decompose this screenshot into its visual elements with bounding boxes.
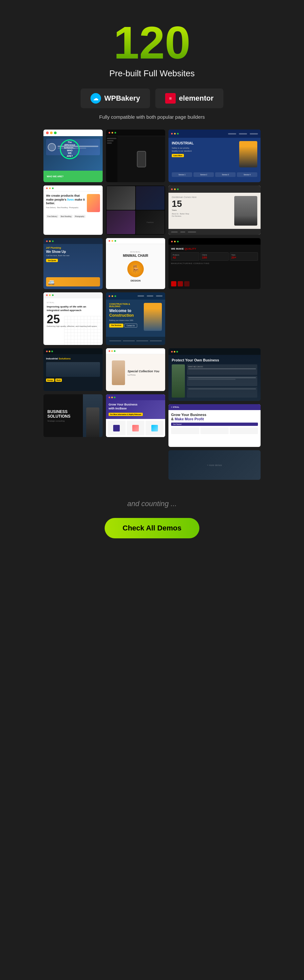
check-all-demos-button[interactable]: Check All Demos [105, 518, 200, 538]
wpbakery-icon: ☁ [91, 93, 101, 103]
wpbakery-label: WPBakery [104, 94, 140, 103]
demo-card-photography[interactable]: Fashion [106, 186, 165, 235]
demo-card-business[interactable]: Thedifferencebetween...WHOWEARE? WHO WE … [43, 130, 103, 182]
elementor-icon: ≡ [165, 93, 176, 103]
lower-demos-section: Industrial Solutions Energy Build BUSINE… [43, 348, 261, 480]
demo-card-profit[interactable]: ≡ STRAL Grow Your Business& Make More Pr… [169, 404, 261, 447]
demo-card-chair[interactable]: MINIMAL MINIMAL CHAIR 🪑 DESIGN [106, 238, 165, 289]
demo-card-contractor[interactable]: 247 Plumbing We Show Up Call the best, f… [43, 238, 103, 289]
demo-card-dark[interactable] [106, 130, 165, 182]
demo-card-industrial[interactable]: INDUSTRIAL Safety is our priority.Qualit… [169, 130, 261, 182]
demo-card-protect[interactable]: Protect Your Own Business WHAT WE CAN DO [169, 348, 261, 401]
compat-text: Fully compatible with both popular page … [99, 114, 205, 120]
demo-card-barber[interactable]: Gentleman Comes Here 15 Years About Us ·… [169, 186, 261, 235]
builder-badge-elementor[interactable]: ≡ elementor [155, 89, 223, 108]
demos-grid: Thedifferencebetween...WHOWEARE? WHO WE … [43, 130, 261, 345]
demo-card-industrial-sm[interactable]: Industrial Solutions Energy Build [43, 348, 103, 391]
elementor-label: elementor [179, 94, 213, 103]
demo-card-fashion[interactable]: Special Collection You La Prima [106, 348, 165, 391]
hero-subtitle: Pre-built Full Websites [109, 68, 195, 79]
demo-card-products[interactable]: We create products that make people's li… [43, 186, 103, 235]
hero-number: 120 [113, 20, 191, 66]
demo-card-quality[interactable]: STRAL Improving quality of life with an … [43, 292, 103, 345]
demo-card-extra[interactable]: + more demos [169, 450, 261, 480]
demo-card-bizsolutions[interactable]: BUSINESSSOLUTIONS Strategic consulting [43, 394, 103, 437]
demo-card-manufacturing[interactable]: WE MAKE QUALITY Products 42 Clients 150 … [169, 238, 261, 289]
demo-card-grow[interactable]: Grow Your Businesswith IncBase For More … [106, 394, 165, 437]
builder-badge-wpbakery[interactable]: ☁ WPBakery [81, 89, 150, 108]
builders-row: ☁ WPBakery ≡ elementor [81, 89, 223, 108]
demo-card-construction[interactable]: CONSTRUCTION & BUILDING Welcome to Const… [106, 292, 165, 345]
counting-text: and counting ... [127, 500, 177, 508]
